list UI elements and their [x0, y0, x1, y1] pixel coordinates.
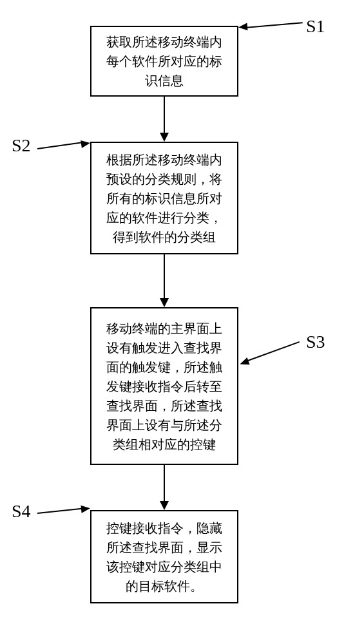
step-text: 根据所述移动终端内预设的分类规则，将所有的标识信息所对应的软件进行分类，得到软件…: [102, 150, 227, 247]
arrow-head-s1-s2: [160, 133, 169, 142]
flowchart-step-s1: 获取所述移动终端内每个软件所对应的标识信息: [90, 26, 238, 97]
flowchart-diagram: 获取所述移动终端内每个软件所对应的标识信息 S1 根据所述移动终端内预设的分类规…: [0, 0, 364, 644]
step-label-s2: S2: [12, 135, 31, 156]
step-text: 移动终端的主界面上设有触发进入查找界面的触发键，所述触发键接收指令后转至查找界面…: [102, 319, 227, 454]
arrow-head-s2-s3: [160, 298, 169, 307]
step-text: 控键接收指令，隐藏所述查找界面，显示该控键对应分类组中的目标软件。: [102, 518, 227, 596]
pointer-head-s2: [81, 139, 91, 148]
pointer-head-s1: [238, 23, 248, 31]
flowchart-step-s4: 控键接收指令，隐藏所述查找界面，显示该控键对应分类组中的目标软件。: [90, 510, 238, 603]
arrow-head-s3-s4: [160, 501, 169, 510]
pointer-line-s1: [245, 22, 303, 28]
step-label-s4: S4: [12, 501, 31, 522]
pointer-line-s4: [37, 507, 84, 514]
flowchart-step-s2: 根据所述移动终端内预设的分类规则，将所有的标识信息所对应的软件进行分类，得到软件…: [90, 142, 238, 254]
arrow-s2-s3: [164, 254, 165, 299]
pointer-head-s4: [81, 504, 90, 513]
pointer-line-s2: [37, 142, 84, 149]
pointer-head-s3: [238, 357, 249, 368]
step-text: 获取所述移动终端内每个软件所对应的标识信息: [102, 32, 227, 90]
step-label-s1: S1: [306, 16, 325, 37]
step-label-s3: S3: [306, 332, 325, 352]
arrow-s1-s2: [164, 97, 165, 134]
flowchart-step-s3: 移动终端的主界面上设有触发进入查找界面的触发键，所述触发键接收指令后转至查找界面…: [90, 307, 238, 465]
arrow-s3-s4: [164, 465, 165, 502]
pointer-line-s3: [246, 341, 300, 362]
